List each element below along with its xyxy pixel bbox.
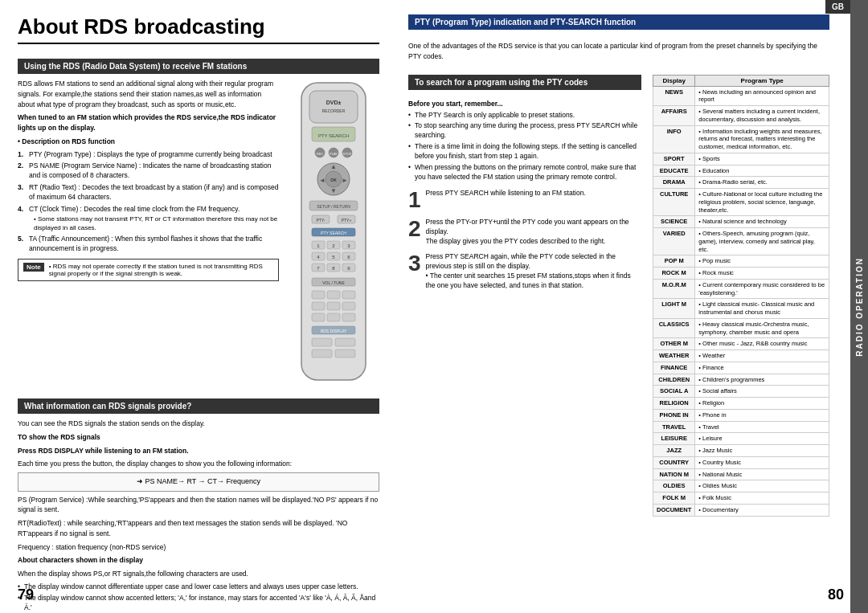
display-cell: INFO xyxy=(653,125,695,153)
rt-desc: RT(RadioText) : while searching,'RT'appe… xyxy=(18,518,379,539)
list-item: The display window cannot differentiate … xyxy=(18,582,379,592)
note-box-1: Note • RDS may not operate correctly if … xyxy=(18,259,279,281)
before-header: Before you start, remember... xyxy=(408,100,641,108)
svg-text:▲: ▲ xyxy=(330,163,337,170)
program-type-cell: • Finance xyxy=(695,362,829,374)
table-row: COUNTRY• Country Music xyxy=(653,456,829,468)
radio-operation-label: RADIO OPERATION xyxy=(855,257,864,357)
table-row: OTHER M• Other music - Jazz, R&B country… xyxy=(653,338,829,350)
table-row: OLDIES• Oldies Music xyxy=(653,480,829,492)
list-item: 1.PTY (Program Type) : Displays the type… xyxy=(18,150,279,160)
program-type-cell: • Heavy classical music-Orchestra music,… xyxy=(695,318,829,338)
table-row: NATION M• National Music xyxy=(653,468,829,480)
pty-table: Display Program Type NEWS• News includin… xyxy=(653,75,829,517)
table-row: FOLK M• Folk Music xyxy=(653,492,829,505)
svg-rect-61 xyxy=(335,349,355,358)
svg-rect-53 xyxy=(312,313,325,321)
svg-rect-55 xyxy=(342,313,355,321)
table-row: NEWS• News including an announced opinio… xyxy=(653,86,829,106)
search-header: To search for a program using the PTY co… xyxy=(408,75,641,90)
table-row: SPORT• Sports xyxy=(653,153,829,165)
svg-rect-60 xyxy=(312,349,332,358)
table-row: AFFAIRS• Several matters including a cur… xyxy=(653,106,829,126)
list-item: There is a time limit in doing the follo… xyxy=(408,142,641,161)
display-cell: OLDIES xyxy=(653,480,695,492)
step-2-text: Press the PTY-or PTY+until the PTY code … xyxy=(426,218,629,235)
table-row: RELIGION• Religion xyxy=(653,398,829,410)
display-cell: OTHER M xyxy=(653,338,695,350)
svg-text:RECORDER: RECORDER xyxy=(321,108,345,113)
program-type-cell: • Children's programmes xyxy=(695,374,829,386)
page-number-left: 79 xyxy=(18,586,34,603)
table-row: CLASSICS• Heavy classical music-Orchestr… xyxy=(653,318,829,338)
col-display: Display xyxy=(653,75,695,86)
svg-text:VOL / TUNE: VOL / TUNE xyxy=(322,280,345,285)
program-type-cell: • Oldies Music xyxy=(695,480,829,492)
display-cell: COUNTRY xyxy=(653,456,695,468)
remote-control-area: DVD± RECORDER PTY SEARCH REC PLAY STOP xyxy=(287,79,379,384)
freq-desc: Frequency : station frequency (non-RDS s… xyxy=(18,542,379,553)
svg-text:DVD±: DVD± xyxy=(326,100,341,105)
program-type-cell: • Pop music xyxy=(695,255,829,268)
what-info-section: What information can RDS signals provide… xyxy=(18,398,379,613)
list-item: When pressing the buttons on the primary… xyxy=(408,163,641,182)
to-show-header: TO show the RDS signals xyxy=(18,432,379,443)
list-item: The PTY Search is only applicable to pre… xyxy=(408,111,641,121)
rds-section-header: Using the RDS (Radio Data System) to rec… xyxy=(18,59,379,74)
steps-area: 1 Press PTY SEARCH while listening to an… xyxy=(408,189,641,517)
left-page: About RDS broadcasting Using the RDS (Ra… xyxy=(0,0,394,613)
note-label: Note xyxy=(23,263,44,272)
table-row: M.O.R.M• Current contemporary music cons… xyxy=(653,279,829,299)
step-3-bullet: • The center unit searches 15 preset FM … xyxy=(426,272,631,289)
display-cell: SCIENCE xyxy=(653,216,695,228)
radio-sidebar: RADIO OPERATION xyxy=(850,0,868,613)
list-item: 3.RT (Radio Text) : Decodes the text bro… xyxy=(18,183,279,202)
table-row: SCIENCE• Natural science and technology xyxy=(653,216,829,228)
table-row: SOCIAL A• Social affairs xyxy=(653,386,829,398)
table-row: POP M• Pop music xyxy=(653,255,829,268)
remote-control-svg: DVD± RECORDER PTY SEARCH REC PLAY STOP xyxy=(289,79,378,384)
program-type-cell: • Other music - Jazz, R&B country music xyxy=(695,338,829,350)
program-type-cell: • Jazz Music xyxy=(695,445,829,457)
pty-section-header: PTY (Program Type) indication and PTY-SE… xyxy=(408,14,829,30)
rds-items-list: 1.PTY (Program Type) : Displays the type… xyxy=(18,150,279,255)
program-type-cell: • Light classical music- Classical music… xyxy=(695,299,829,319)
display-cell: DOCUMENT xyxy=(653,504,695,516)
what-info-content: You can see the RDS signals the station … xyxy=(18,419,379,613)
svg-text:OK: OK xyxy=(330,178,337,182)
table-row: WEATHER• Weather xyxy=(653,350,829,362)
svg-text:PTY-: PTY- xyxy=(316,218,325,223)
display-cell: PHONE IN xyxy=(653,409,695,421)
table-row: FINANCE• Finance xyxy=(653,362,829,374)
svg-text:PLAY: PLAY xyxy=(330,152,338,156)
display-cell: FINANCE xyxy=(653,362,695,374)
table-row: CULTURE• Culture-National or local cultu… xyxy=(653,189,829,216)
pty-intro: One of the advantages of the RDS service… xyxy=(408,41,829,62)
display-cell: TRAVEL xyxy=(653,421,695,433)
ct-note: • Some stations may not transmit PTY, RT… xyxy=(29,215,279,232)
page-container: GB About RDS broadcasting Using the RDS … xyxy=(0,0,868,613)
step-3-content: Press PTY SEARCH again, while the PTY co… xyxy=(426,252,641,291)
right-content: To search for a program using the PTY co… xyxy=(408,75,829,517)
svg-rect-58 xyxy=(312,338,332,346)
step-2: 2 Press the PTY-or PTY+until the PTY cod… xyxy=(408,218,641,247)
list-item: 2.PS NAME (Program Service Name) : Indic… xyxy=(18,161,279,181)
step-2-content: Press the PTY-or PTY+until the PTY code … xyxy=(426,218,641,247)
program-type-cell: • Phone in xyxy=(695,409,829,421)
display-cell: EDUCATE xyxy=(653,165,695,177)
right-main-sections: To search for a program using the PTY co… xyxy=(408,75,641,517)
table-row: INFO• Information including weights and … xyxy=(653,125,829,153)
program-type-cell: • Country Music xyxy=(695,456,829,468)
table-row: LIGHT M• Light classical music- Classica… xyxy=(653,299,829,319)
table-row: PHONE IN• Phone in xyxy=(653,409,829,421)
svg-text:◄: ◄ xyxy=(319,177,326,184)
bold-line: When tuned to an FM station which provid… xyxy=(18,113,276,132)
table-row: LEISURE• Leisure xyxy=(653,433,829,445)
left-text-area: RDS allows FM stations to send an additi… xyxy=(18,79,279,384)
display-cell: SPORT xyxy=(653,153,695,165)
svg-rect-59 xyxy=(335,338,355,346)
chars-header: About characters shown in the display xyxy=(18,555,379,566)
display-cell: RELIGION xyxy=(653,398,695,410)
col-program-type: Program Type xyxy=(695,75,829,86)
program-type-cell: • Folk Music xyxy=(695,492,829,505)
